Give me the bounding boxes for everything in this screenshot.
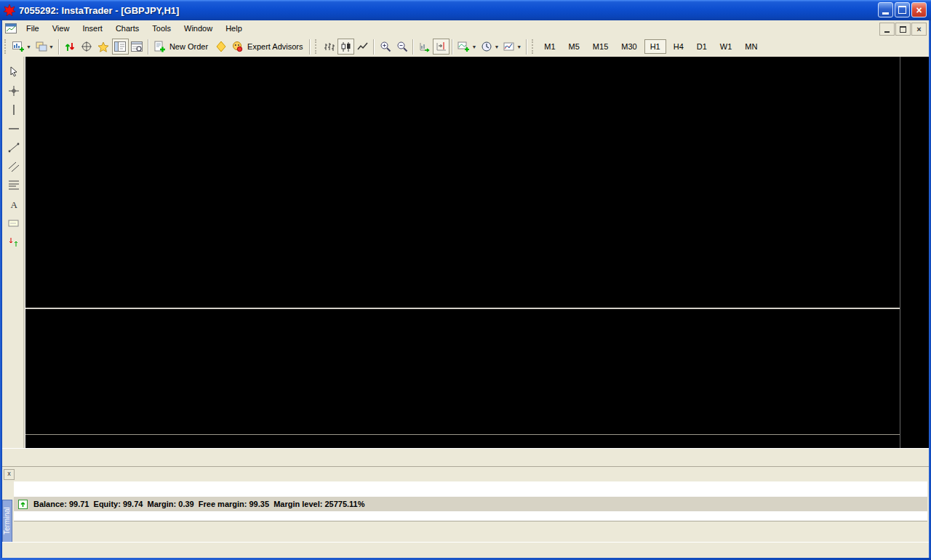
indicators-icon (457, 41, 470, 52)
order-table-row[interactable] (14, 481, 927, 497)
menu-tools[interactable]: Tools (145, 22, 177, 35)
auto-scroll-button[interactable] (416, 39, 433, 55)
toolbar-separator (452, 39, 453, 55)
favorites-button[interactable] (95, 39, 112, 55)
timeframe-h1[interactable]: H1 (644, 39, 666, 54)
expert-advisors-label: Expert Advisors (245, 42, 305, 51)
toolbar-separator (373, 39, 375, 55)
market-watch-icon (64, 41, 76, 52)
price-chart[interactable] (25, 57, 900, 308)
chevron-down-icon: ▼ (26, 44, 31, 49)
horizontal-line-icon (7, 122, 20, 135)
timeframe-w1[interactable]: W1 (714, 39, 738, 54)
line-chart-button[interactable] (354, 39, 371, 55)
timeframe-m30[interactable]: M30 (615, 39, 642, 54)
zoom-in-button[interactable] (377, 39, 393, 55)
templates-button[interactable]: ▼ (501, 39, 524, 55)
ao-indicator-pane[interactable] (25, 309, 900, 434)
instatrader-window: 7055292: InstaTrader - [GBPJPY,H1] × Fil… (0, 0, 931, 560)
balance-row: Balance: 99.71 Equity: 99.74 Margin: 0.3… (14, 497, 927, 511)
zoom-in-icon (380, 41, 391, 52)
data-window-button[interactable] (129, 39, 145, 55)
trendline-icon (7, 141, 20, 154)
chevron-down-icon: ▼ (494, 44, 499, 49)
timeframe-d1[interactable]: D1 (691, 39, 713, 54)
arrows-tool-button[interactable] (5, 233, 23, 251)
menu-help[interactable]: Help (219, 22, 249, 35)
menu-insert[interactable]: Insert (76, 22, 109, 35)
chevron-down-icon: ▼ (49, 44, 54, 49)
terminal-close-button[interactable]: x (4, 469, 15, 480)
candlestick-chart-icon (340, 41, 352, 52)
expert-advisors-icon (231, 41, 244, 52)
indicators-button[interactable]: ▼ (455, 39, 479, 55)
child-minimize-button[interactable] (879, 23, 895, 36)
timeframe-h4[interactable]: H4 (668, 39, 690, 54)
fibonacci-tool-button[interactable] (5, 177, 23, 194)
text-tool-button[interactable]: A (5, 196, 23, 213)
timeframe-m5[interactable]: M5 (563, 39, 586, 54)
auto-scroll-icon (419, 41, 431, 52)
timeframe-m1[interactable]: M1 (538, 39, 561, 54)
menu-charts[interactable]: Charts (109, 22, 145, 35)
chart-window-icon (5, 23, 17, 33)
drawing-toolbar: A (2, 57, 25, 448)
crosshair-button[interactable] (79, 39, 95, 55)
periods-button[interactable]: ▼ (479, 39, 501, 55)
line-chart-icon (357, 41, 369, 52)
channel-icon (7, 160, 20, 173)
child-close-button[interactable]: × (911, 23, 927, 36)
chart-shift-button[interactable] (433, 39, 449, 55)
pane-divider[interactable] (25, 308, 929, 309)
restore-button[interactable] (895, 2, 910, 17)
profiles-button[interactable]: ▼ (33, 39, 56, 55)
terminal-panel: x Balance: 99.71 Equity: 99.74 Margin: 0… (2, 466, 929, 543)
time-axis[interactable] (25, 435, 900, 448)
vertical-line-tool-button[interactable] (5, 101, 23, 119)
chevron-down-icon: ▼ (516, 44, 522, 49)
child-restore-button[interactable] (895, 23, 911, 36)
market-watch-button[interactable] (62, 39, 79, 55)
menu-file[interactable]: File (20, 22, 46, 35)
metaquotes-button[interactable] (212, 39, 229, 55)
zoom-out-button[interactable] (393, 39, 410, 55)
bar-chart-icon (324, 41, 335, 52)
chart-shift-icon (436, 41, 447, 52)
timeframe-bar: M1M5M15M30H1H4D1W1MN (538, 39, 764, 54)
menu-view[interactable]: View (46, 22, 76, 35)
toolbar-separator (58, 39, 60, 55)
cursor-tool-button[interactable] (5, 63, 23, 81)
toolbar-separator (148, 39, 149, 55)
terminal-empty-area (14, 511, 927, 521)
price-axis[interactable] (900, 57, 929, 448)
new-order-button[interactable]: New Order (151, 39, 212, 55)
channel-tool-button[interactable] (5, 158, 23, 175)
window-border-left (0, 20, 2, 560)
bar-chart-button[interactable] (321, 39, 337, 55)
horizontal-line-tool-button[interactable] (5, 120, 23, 137)
text-label-tool-button[interactable] (5, 215, 23, 232)
menu-bar: FileViewInsertChartsToolsWindowHelp × (2, 20, 929, 37)
new-order-label: New Order (167, 42, 210, 51)
text-label-icon (7, 217, 20, 230)
terminal-side-tab[interactable]: Terminal (2, 500, 12, 543)
timeframe-m15[interactable]: M15 (587, 39, 614, 54)
toolbar-grip (315, 39, 319, 54)
crosshair-tool-tool-button[interactable] (5, 82, 23, 100)
navigator-button[interactable] (112, 39, 129, 55)
title-bar: 7055292: InstaTrader - [GBPJPY,H1] × (0, 0, 931, 20)
app-icon (4, 4, 15, 16)
svg-text:A: A (10, 199, 17, 210)
minimize-button[interactable] (878, 2, 893, 17)
favorites-icon (97, 41, 109, 52)
menu-window[interactable]: Window (177, 22, 219, 35)
toolbar-grip (532, 39, 535, 54)
expert-advisors-button[interactable]: Expert Advisors (229, 39, 307, 55)
timeframe-mn[interactable]: MN (739, 39, 763, 54)
candlestick-chart-button[interactable] (337, 39, 354, 55)
new-chart-button[interactable]: ▼ (10, 39, 33, 55)
periods-icon (481, 41, 492, 52)
close-button[interactable]: × (911, 2, 927, 17)
profiles-icon (36, 41, 47, 52)
trendline-tool-button[interactable] (5, 139, 23, 156)
